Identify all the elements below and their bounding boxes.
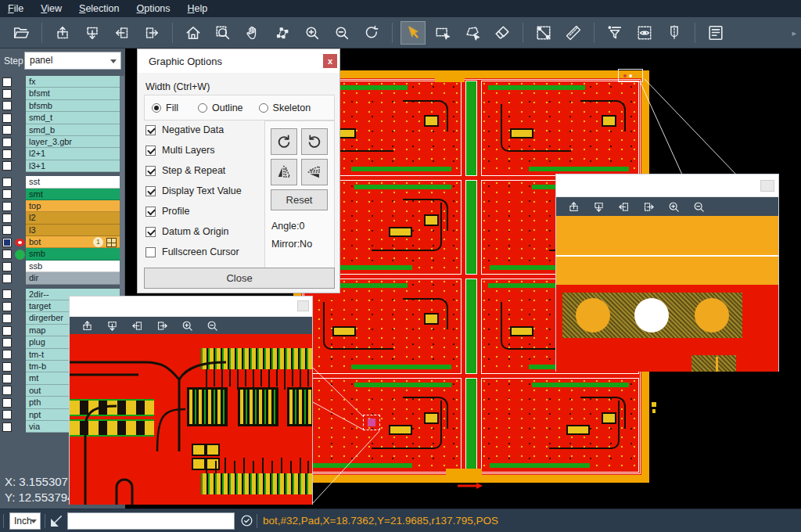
layer-checkbox[interactable] (2, 314, 12, 323)
grid-icon[interactable] (106, 238, 117, 247)
mirror-horizontal-button[interactable] (271, 159, 297, 185)
checkbox-option[interactable]: Fullscreen Cursor (145, 246, 242, 257)
zoom-popup-corner[interactable] (555, 174, 779, 372)
layer-checkbox[interactable] (2, 101, 12, 110)
move-up-icon[interactable] (79, 318, 95, 333)
layer-indicator[interactable] (14, 88, 26, 99)
move-up-icon[interactable] (566, 199, 581, 214)
move-left-icon[interactable] (110, 21, 135, 45)
layer-checkbox[interactable] (2, 138, 12, 147)
filter-icon[interactable] (602, 21, 627, 45)
layer-item[interactable]: l2+1 (26, 148, 120, 160)
layer-checkbox[interactable] (2, 410, 12, 419)
angle-mode-icon[interactable] (48, 513, 64, 529)
layer-indicator[interactable] (14, 325, 26, 336)
layer-indicator[interactable] (14, 177, 26, 188)
snap-magnet-icon[interactable] (662, 21, 687, 45)
layer-item[interactable]: sst (26, 176, 120, 188)
layer-checkbox[interactable] (2, 326, 12, 336)
popup-titlebar[interactable] (556, 174, 778, 197)
layer-item[interactable]: bfsmt (26, 88, 120, 99)
layer-indicator[interactable] (14, 160, 26, 171)
layer-indicator[interactable] (14, 100, 26, 111)
move-left-icon[interactable] (129, 318, 145, 333)
menu-options[interactable]: Options (136, 3, 170, 14)
selected-pad-marker[interactable] (363, 415, 380, 430)
ruler-icon[interactable] (561, 21, 586, 45)
zoom-out-icon[interactable] (329, 21, 354, 45)
popup-window-button[interactable] (297, 300, 309, 311)
layer-indicator[interactable] (14, 261, 26, 272)
move-up-icon[interactable] (50, 21, 75, 45)
layer-indicator[interactable] (14, 149, 26, 160)
select-poly-icon[interactable] (460, 21, 485, 45)
layer-item[interactable]: ssb (26, 261, 120, 272)
toolbar-overflow-icon[interactable]: ▸ (792, 28, 796, 38)
layer-checkbox[interactable] (2, 225, 12, 235)
layer-indicator[interactable] (14, 113, 26, 124)
layer-checkbox[interactable] (2, 386, 12, 395)
layer-checkbox[interactable] (2, 189, 12, 199)
layer-item[interactable]: l2 (26, 212, 120, 224)
layer-checkbox[interactable] (2, 250, 12, 259)
close-button[interactable]: Close (144, 268, 335, 289)
move-down-icon[interactable] (104, 318, 120, 333)
layer-item[interactable]: l3 (26, 225, 120, 236)
layer-indicator[interactable] (14, 249, 26, 260)
layer-indicator[interactable] (14, 189, 26, 200)
checkbox-option[interactable]: Profile (145, 206, 242, 217)
apply-icon[interactable] (239, 513, 254, 528)
zoom-in-icon[interactable] (666, 199, 681, 214)
layer-item[interactable]: bot1 (26, 236, 120, 248)
close-icon[interactable]: x (323, 54, 337, 68)
unit-select[interactable]: Inch (9, 512, 41, 530)
move-right-icon[interactable] (139, 21, 164, 45)
layer-checkbox[interactable] (2, 202, 12, 211)
layer-item[interactable]: dir (26, 272, 120, 284)
layer-indicator[interactable] (14, 397, 26, 408)
zoom-previous-icon[interactable] (359, 21, 384, 45)
zoom-out-icon[interactable] (691, 199, 706, 214)
board-instance[interactable] (481, 81, 639, 176)
radio-option[interactable]: Fill (152, 102, 178, 113)
layer-item[interactable]: smd_t (26, 112, 120, 124)
move-down-icon[interactable] (591, 199, 606, 214)
menu-file[interactable]: File (8, 3, 23, 14)
board-instance[interactable] (481, 378, 639, 473)
measure-distance-icon[interactable] (531, 21, 556, 45)
menu-help[interactable]: Help (188, 3, 208, 14)
layer-checkbox[interactable] (2, 262, 12, 271)
menu-view[interactable]: View (41, 3, 62, 14)
move-down-icon[interactable] (80, 21, 105, 45)
menu-selection[interactable]: Selection (79, 3, 119, 14)
layer-checkbox[interactable] (2, 125, 12, 135)
checkbox-option[interactable]: Datum & Origin (145, 226, 242, 237)
layer-checkbox[interactable] (2, 302, 12, 311)
popup-window-button[interactable] (760, 180, 774, 192)
zoom-object-icon[interactable] (270, 21, 295, 45)
layer-indicator[interactable] (14, 77, 26, 88)
layer-indicator[interactable] (14, 385, 26, 396)
radio-option[interactable]: Outline (198, 102, 243, 113)
layer-checkbox[interactable] (2, 350, 12, 359)
layer-item[interactable]: fx (26, 76, 120, 88)
layer-checkbox[interactable] (2, 374, 12, 383)
view-box-icon[interactable] (632, 21, 657, 45)
layer-checkbox[interactable] (2, 178, 12, 187)
layer-indicator[interactable] (14, 373, 26, 384)
layer-item[interactable]: smt (26, 189, 120, 200)
clean-brush-icon[interactable] (490, 21, 515, 45)
move-right-icon[interactable] (154, 318, 170, 333)
zoom-window-icon[interactable] (210, 21, 235, 45)
select-rect-icon[interactable] (430, 21, 455, 45)
layer-checkbox[interactable] (2, 161, 12, 171)
checkbox-option[interactable]: Step & Repeat (145, 165, 242, 176)
layer-indicator[interactable] (14, 213, 26, 224)
zoom-popup-detail[interactable] (69, 296, 313, 505)
checkbox-option[interactable]: Display Text Value (145, 185, 242, 196)
layer-indicator[interactable] (14, 313, 26, 324)
rotate-ccw-button[interactable] (301, 128, 328, 155)
layer-checkbox[interactable] (2, 113, 12, 123)
layer-indicator[interactable] (14, 409, 26, 420)
layer-item[interactable]: layer_3.gbr (26, 136, 120, 148)
